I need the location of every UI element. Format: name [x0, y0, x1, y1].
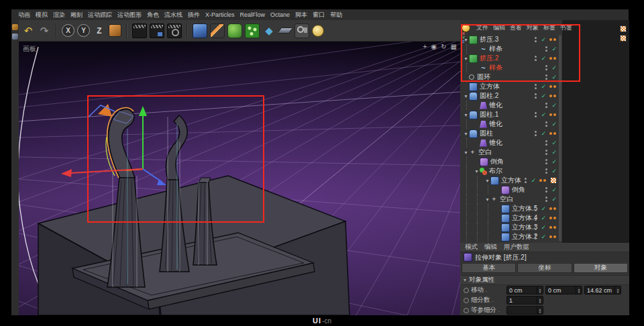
left-palette-icon-1[interactable]: [12, 24, 18, 30]
render-picture-viewer-icon[interactable]: [150, 23, 164, 38]
mat-tag[interactable]: [549, 235, 557, 239]
menu-item-13[interactable]: 窗口: [313, 11, 325, 19]
texture-tag[interactable]: [620, 25, 627, 32]
dots-tag[interactable]: [535, 83, 537, 90]
section-header[interactable]: 对象属性: [460, 275, 629, 285]
object-row[interactable]: ▾圆柱.1: [460, 110, 561, 119]
dots-tag[interactable]: [535, 215, 537, 221]
object-row[interactable]: 立方体: [460, 82, 561, 91]
value-field[interactable]: 0 cm: [545, 286, 582, 294]
lock-z-icon[interactable]: [93, 24, 106, 38]
redo-icon[interactable]: [38, 24, 51, 38]
mat-tag[interactable]: [549, 217, 557, 220]
object-row[interactable]: ▾圆柱: [460, 129, 561, 138]
dots-tag[interactable]: [535, 233, 537, 240]
object-row[interactable]: 锥化: [460, 101, 561, 110]
view-toggle-icon[interactable]: ▦: [451, 43, 457, 50]
coord-system-icon[interactable]: [109, 24, 121, 37]
dots-tag[interactable]: [545, 196, 548, 203]
dots-tag[interactable]: [535, 111, 537, 118]
lock-y-icon[interactable]: [77, 24, 90, 37]
menu-item-2[interactable]: 渲染: [53, 11, 65, 19]
menu-item-6[interactable]: 角色: [147, 11, 159, 19]
expand-arrow[interactable]: ▾: [463, 93, 469, 99]
am-tab-1[interactable]: 编辑: [484, 243, 497, 252]
render-settings-icon[interactable]: [167, 23, 182, 38]
value-field[interactable]: [506, 306, 543, 315]
rotate-icon[interactable]: ↻: [441, 43, 446, 50]
check-tag[interactable]: [551, 158, 557, 165]
expand-arrow[interactable]: ▾: [463, 150, 469, 156]
deformer-icon[interactable]: [262, 24, 276, 38]
menu-item-9[interactable]: X-Particles: [205, 11, 235, 18]
menu-item-10[interactable]: RealFlow: [240, 11, 266, 18]
pan-icon[interactable]: +: [423, 43, 427, 50]
check-tag[interactable]: [541, 233, 546, 240]
dots-tag[interactable]: [535, 205, 537, 212]
zoom-icon[interactable]: ◉: [431, 43, 437, 50]
spinner-arrows[interactable]: [576, 286, 582, 294]
dots-tag[interactable]: [545, 158, 548, 165]
menu-item-7[interactable]: 流水线: [164, 11, 182, 19]
mat-tag[interactable]: [549, 85, 557, 89]
spinner-arrows[interactable]: [537, 286, 543, 294]
spinner-arrows[interactable]: [537, 296, 543, 304]
subdivision-surface-icon[interactable]: [227, 23, 242, 38]
camera-icon[interactable]: [294, 23, 309, 38]
menu-item-12[interactable]: 脚本: [295, 11, 307, 19]
object-row[interactable]: 立方体.4: [460, 213, 561, 223]
check-tag[interactable]: [551, 149, 557, 156]
check-tag[interactable]: [551, 196, 557, 203]
check-tag[interactable]: [531, 177, 536, 184]
object-row[interactable]: ▾布尔: [460, 166, 561, 176]
dots-tag[interactable]: [535, 224, 537, 231]
check-tag[interactable]: [541, 224, 546, 231]
value-field[interactable]: 0 cm: [506, 286, 543, 294]
dots-tag[interactable]: [525, 177, 527, 184]
menu-item-3[interactable]: 雕刻: [70, 11, 83, 19]
mat-tag[interactable]: [549, 226, 557, 229]
expand-arrow[interactable]: ▾: [463, 131, 469, 137]
object-row[interactable]: 立方体.5: [460, 204, 561, 213]
texture-tag[interactable]: [620, 35, 627, 42]
menu-item-14[interactable]: 帮助: [330, 11, 342, 19]
value-field[interactable]: 1: [506, 296, 543, 305]
light-icon[interactable]: [312, 25, 324, 37]
check-tag[interactable]: [541, 111, 546, 118]
expand-arrow[interactable]: ▾: [484, 197, 490, 203]
dots-tag[interactable]: [545, 140, 548, 146]
spline-pen-icon[interactable]: [210, 23, 225, 38]
check-tag[interactable]: [551, 121, 557, 127]
check-tag[interactable]: [551, 168, 557, 174]
keyframe-dot[interactable]: [464, 288, 469, 293]
tex-tag[interactable]: [550, 177, 557, 184]
check-tag[interactable]: [551, 186, 557, 193]
object-row[interactable]: ▾空白: [460, 195, 561, 204]
mat-tag[interactable]: [549, 132, 557, 135]
object-row[interactable]: 锥化: [460, 119, 561, 129]
check-tag[interactable]: [551, 102, 557, 109]
expand-arrow[interactable]: ▾: [463, 112, 469, 118]
object-row[interactable]: 锥化: [460, 138, 561, 148]
check-tag[interactable]: [541, 215, 546, 221]
expand-arrow[interactable]: ▾: [474, 168, 480, 174]
object-row[interactable]: 立方体.3: [460, 223, 561, 232]
dots-tag[interactable]: [545, 149, 548, 156]
subtab-0[interactable]: 基本: [462, 263, 516, 273]
menu-item-4[interactable]: 运动跟踪: [88, 11, 112, 19]
menu-item-5[interactable]: 运动图形: [117, 11, 142, 19]
viewport-label[interactable]: 画板: [23, 44, 36, 54]
object-row[interactable]: ▾空白: [460, 148, 561, 157]
check-tag[interactable]: [541, 83, 546, 90]
floor-icon[interactable]: [278, 24, 292, 38]
object-row[interactable]: 立方体.2: [460, 232, 561, 241]
expand-arrow[interactable]: ▾: [484, 178, 490, 184]
dots-tag[interactable]: [545, 186, 548, 193]
keyframe-dot[interactable]: [464, 298, 469, 303]
subtab-2[interactable]: 对象: [574, 263, 628, 273]
mat-tag[interactable]: [549, 207, 557, 211]
render-view-icon[interactable]: [132, 23, 147, 38]
mat-tag[interactable]: [549, 95, 557, 98]
dots-tag[interactable]: [545, 168, 548, 174]
check-tag[interactable]: [551, 140, 557, 146]
